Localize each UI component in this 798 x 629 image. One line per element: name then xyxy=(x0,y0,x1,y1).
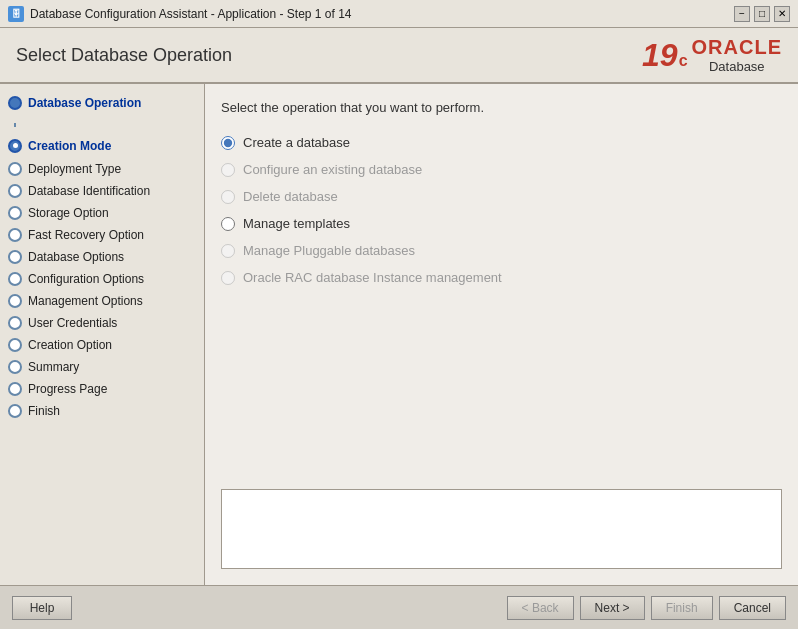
content-instruction: Select the operation that you want to pe… xyxy=(221,100,782,115)
sidebar-label-creation-option: Creation Option xyxy=(28,338,112,352)
sidebar-label-configuration-options: Configuration Options xyxy=(28,272,144,286)
sidebar-label-storage-option: Storage Option xyxy=(28,206,109,220)
step-indicator-configuration-options xyxy=(8,272,22,286)
oracle-version: 19 xyxy=(642,37,678,74)
content-spacer xyxy=(221,285,782,489)
app-icon: 🗄 xyxy=(8,6,24,22)
step-indicator-user-credentials xyxy=(8,316,22,330)
sidebar-item-fast-recovery-option[interactable]: Fast Recovery Option xyxy=(0,224,204,246)
sidebar-item-database-identification[interactable]: Database Identification xyxy=(0,180,204,202)
maximize-button[interactable]: □ xyxy=(754,6,770,22)
step-indicator-finish xyxy=(8,404,22,418)
sidebar-label-database-operation: Database Operation xyxy=(28,96,141,110)
sidebar-label-summary: Summary xyxy=(28,360,79,374)
sidebar-item-progress-page[interactable]: Progress Page xyxy=(0,378,204,400)
step-indicator-storage-option xyxy=(8,206,22,220)
main-content: Database Operation Creation Mode Deploym… xyxy=(0,84,798,585)
step-indicator-database-operation xyxy=(8,96,22,110)
radio-configure-existing[interactable] xyxy=(221,163,235,177)
radio-label-manage-templates: Manage templates xyxy=(243,216,350,231)
title-bar-left: 🗄 Database Configuration Assistant - App… xyxy=(8,6,352,22)
step-connector xyxy=(14,123,16,127)
title-bar-text: Database Configuration Assistant - Appli… xyxy=(30,7,352,21)
next-button[interactable]: Next > xyxy=(580,596,645,620)
sidebar-item-configuration-options[interactable]: Configuration Options xyxy=(0,268,204,290)
sidebar-item-storage-option[interactable]: Storage Option xyxy=(0,202,204,224)
page-title: Select Database Operation xyxy=(16,45,232,66)
oracle-brand: ORACLE xyxy=(692,36,782,59)
sidebar-item-database-options[interactable]: Database Options xyxy=(0,246,204,268)
content-textarea[interactable] xyxy=(221,489,782,569)
step-indicator-database-identification xyxy=(8,184,22,198)
sidebar-item-finish[interactable]: Finish xyxy=(0,400,204,422)
step-indicator-database-options xyxy=(8,250,22,264)
back-button[interactable]: < Back xyxy=(507,596,574,620)
finish-button[interactable]: Finish xyxy=(651,596,713,620)
sidebar-item-deployment-type[interactable]: Deployment Type xyxy=(0,158,204,180)
page-header: Select Database Operation 19 c ORACLE Da… xyxy=(0,28,798,84)
help-button[interactable]: Help xyxy=(12,596,72,620)
step-indicator-summary xyxy=(8,360,22,374)
step-indicator-management-options xyxy=(8,294,22,308)
radio-manage-pluggable[interactable] xyxy=(221,244,235,258)
footer-left: Help xyxy=(12,596,72,620)
sidebar-label-creation-mode: Creation Mode xyxy=(28,139,111,153)
sidebar-label-finish: Finish xyxy=(28,404,60,418)
sidebar-label-database-identification: Database Identification xyxy=(28,184,150,198)
sidebar-label-user-credentials: User Credentials xyxy=(28,316,117,330)
content-panel: Select the operation that you want to pe… xyxy=(205,84,798,585)
sidebar-item-creation-mode-row[interactable]: Creation Mode xyxy=(0,136,204,158)
radio-option-manage-pluggable[interactable]: Manage Pluggable databases xyxy=(221,243,782,258)
sidebar-item-management-options[interactable]: Management Options xyxy=(0,290,204,312)
footer-right: < Back Next > Finish Cancel xyxy=(507,596,786,620)
sidebar-label-database-options: Database Options xyxy=(28,250,124,264)
radio-group: Create a database Configure an existing … xyxy=(221,135,782,285)
step-indicator-creation-mode xyxy=(8,139,22,153)
radio-label-configure-existing: Configure an existing database xyxy=(243,162,422,177)
step-indicator-fast-recovery-option xyxy=(8,228,22,242)
sidebar-label-fast-recovery-option: Fast Recovery Option xyxy=(28,228,144,242)
radio-label-manage-pluggable: Manage Pluggable databases xyxy=(243,243,415,258)
oracle-logo: 19 c ORACLE Database xyxy=(642,36,782,74)
sidebar-item-database-operation[interactable]: Database Operation xyxy=(0,92,204,114)
radio-option-configure-existing[interactable]: Configure an existing database xyxy=(221,162,782,177)
radio-manage-templates[interactable] xyxy=(221,217,235,231)
radio-create-database[interactable] xyxy=(221,136,235,150)
radio-option-manage-templates[interactable]: Manage templates xyxy=(221,216,782,231)
oracle-product: Database xyxy=(709,59,765,74)
title-bar-controls: − □ ✕ xyxy=(734,6,790,22)
radio-label-create-database: Create a database xyxy=(243,135,350,150)
cancel-button[interactable]: Cancel xyxy=(719,596,786,620)
oracle-superscript: c xyxy=(679,52,688,70)
radio-option-create-database[interactable]: Create a database xyxy=(221,135,782,150)
radio-option-delete-database[interactable]: Delete database xyxy=(221,189,782,204)
sidebar-label-progress-page: Progress Page xyxy=(28,382,107,396)
step-indicator-creation-option xyxy=(8,338,22,352)
sidebar-item-creation-option[interactable]: Creation Option xyxy=(0,334,204,356)
radio-option-oracle-rac[interactable]: Oracle RAC database Instance management xyxy=(221,270,782,285)
radio-oracle-rac[interactable] xyxy=(221,271,235,285)
radio-delete-database[interactable] xyxy=(221,190,235,204)
sidebar-label-deployment-type: Deployment Type xyxy=(28,162,121,176)
minimize-button[interactable]: − xyxy=(734,6,750,22)
sidebar: Database Operation Creation Mode Deploym… xyxy=(0,84,205,585)
step-indicator-deployment-type xyxy=(8,162,22,176)
step-indicator-progress-page xyxy=(8,382,22,396)
title-bar: 🗄 Database Configuration Assistant - App… xyxy=(0,0,798,28)
sidebar-item-summary[interactable]: Summary xyxy=(0,356,204,378)
sidebar-item-user-credentials[interactable]: User Credentials xyxy=(0,312,204,334)
close-button[interactable]: ✕ xyxy=(774,6,790,22)
sidebar-label-management-options: Management Options xyxy=(28,294,143,308)
radio-label-delete-database: Delete database xyxy=(243,189,338,204)
radio-label-oracle-rac: Oracle RAC database Instance management xyxy=(243,270,502,285)
sidebar-item-creation-mode[interactable] xyxy=(0,114,204,136)
oracle-text: ORACLE Database xyxy=(692,36,782,74)
footer: Help < Back Next > Finish Cancel xyxy=(0,585,798,629)
